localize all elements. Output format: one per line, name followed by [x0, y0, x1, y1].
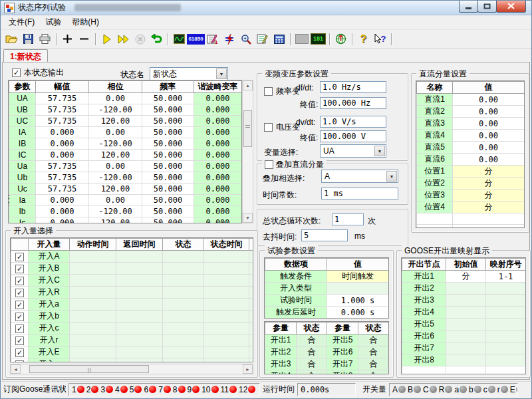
cell-thd[interactable]: 0.000 [194, 138, 242, 150]
cell-output[interactable]: 开出2 [265, 346, 297, 358]
maximize-button[interactable] [477, 1, 497, 13]
overlay-phase-combobox[interactable]: A ▼ [321, 170, 398, 183]
cell-name[interactable]: 直流5 [417, 142, 453, 154]
cell-return-time[interactable] [116, 287, 163, 299]
cell-thd[interactable]: 0.000 [194, 127, 242, 138]
cell-input-name[interactable]: 开入b [29, 311, 70, 323]
cell-param[interactable]: UB [9, 104, 36, 116]
cell-value[interactable]: 0.00 [453, 118, 525, 130]
cell-frequency[interactable]: 50.000 [142, 195, 194, 206]
cell-mapping[interactable]: 1-1 [486, 271, 526, 283]
cell-thd[interactable]: 0.000 [194, 161, 242, 172]
cell-action-time[interactable] [70, 358, 116, 363]
undo-button[interactable] [148, 31, 165, 47]
cell-param[interactable]: IA [9, 127, 36, 138]
volt-ramp-checkbox[interactable] [264, 123, 273, 132]
cell-mapping[interactable] [249, 311, 254, 323]
cell-name[interactable]: 位置4 [417, 201, 453, 213]
cell-input-name[interactable]: 开入E [29, 346, 70, 358]
cell-state-time[interactable] [204, 299, 249, 311]
state-output-checkbox[interactable]: ✓ [12, 68, 21, 77]
cell-phase[interactable]: -120.00 [89, 172, 142, 184]
cell-return-time[interactable] [116, 346, 163, 358]
cell-state[interactable]: 合 [358, 370, 389, 375]
cell-node[interactable]: 开出6 [402, 331, 446, 342]
cell-output[interactable]: 开出3 [265, 358, 297, 370]
cell-mapping[interactable] [486, 342, 526, 354]
blank-panel-button[interactable] [293, 31, 310, 47]
add-state-button[interactable] [59, 31, 76, 47]
cell-state[interactable] [163, 299, 204, 311]
input-row-checkbox[interactable]: ✓ [15, 253, 24, 261]
run-button[interactable] [98, 31, 115, 47]
cell-node[interactable]: 开出5 [402, 319, 446, 331]
cell-mapping[interactable]: 1- [249, 287, 254, 299]
cell-thd[interactable]: 0.000 [194, 116, 242, 127]
input-row-checkbox[interactable]: ✓ [15, 336, 24, 345]
cell-state[interactable] [163, 275, 204, 287]
cell-state[interactable] [163, 287, 204, 299]
cell-action-time[interactable] [70, 346, 116, 358]
cell-state[interactable]: 合 [297, 346, 327, 358]
cell-return-time[interactable] [116, 311, 163, 323]
iec61850-button[interactable]: 61850 [188, 31, 204, 47]
cell-initial[interactable] [446, 307, 486, 319]
cell-input-name[interactable]: 开入B [29, 263, 70, 275]
scroll-left-icon[interactable]: ◄ [11, 364, 21, 374]
cell-node[interactable]: 开出7 [402, 342, 446, 354]
cell-thd[interactable]: 0.000 [194, 93, 242, 104]
cell-param[interactable]: Ic [9, 217, 36, 224]
cell-output[interactable]: 开出8 [327, 370, 358, 375]
cell-value[interactable]: 分 [453, 201, 525, 213]
cell-value[interactable]: 0.00 [453, 130, 525, 142]
cell-output[interactable]: 开出4 [265, 370, 297, 375]
cell-value[interactable]: 分 [453, 166, 525, 178]
harmonic-button[interactable] [221, 31, 237, 47]
cell-state[interactable] [163, 334, 204, 346]
cell-item[interactable]: 开入类型 [265, 283, 327, 295]
menu-test[interactable]: 试验 [40, 15, 66, 30]
cell-value[interactable]: 分 [453, 178, 525, 190]
cell-phase[interactable]: 120.00 [89, 184, 142, 195]
cell-amplitude[interactable]: 0.000 [36, 138, 89, 150]
cell-amplitude[interactable]: 57.735 [36, 161, 89, 172]
save-button[interactable] [20, 31, 37, 47]
close-button[interactable] [496, 1, 526, 13]
debounce-input[interactable]: 5 [301, 229, 348, 241]
chevron-down-icon[interactable]: ▼ [374, 146, 385, 156]
cell-amplitude[interactable]: 0.000 [36, 206, 89, 217]
cell-return-time[interactable] [116, 263, 163, 275]
chevron-down-icon[interactable]: ▼ [386, 171, 397, 182]
cell-thd[interactable]: 0.000 [194, 172, 242, 184]
cell-initial[interactable] [446, 342, 486, 354]
cell-thd[interactable]: 0.000 [194, 195, 242, 206]
cell-state-time[interactable] [204, 346, 249, 358]
report-button[interactable]: 1 [204, 31, 221, 47]
cell-return-time[interactable] [116, 358, 163, 363]
dvdt-input[interactable]: 1.0 V/s [320, 116, 386, 128]
cell-mapping[interactable]: 1- [249, 263, 254, 275]
chevron-down-icon[interactable]: ▼ [216, 68, 227, 79]
cell-initial[interactable] [446, 366, 486, 375]
volt-end-input[interactable]: 100.000 V [320, 130, 386, 142]
cell-amplitude[interactable]: 0.000 [36, 127, 89, 138]
cell-action-time[interactable] [70, 311, 116, 323]
cell-phase[interactable]: 120.00 [89, 217, 142, 224]
cell-name[interactable]: 直流4 [417, 130, 453, 142]
cell-name[interactable]: 位置2 [417, 178, 453, 190]
menu-file[interactable]: 文件(F) [3, 15, 40, 30]
cell-return-time[interactable] [116, 323, 163, 334]
menu-help[interactable]: 帮助(H) [66, 15, 104, 30]
cell-mapping[interactable] [486, 307, 526, 319]
cell-action-time[interactable] [70, 323, 116, 334]
cell-param[interactable]: Ub [9, 172, 36, 184]
cell-item[interactable]: 触发条件 [265, 271, 327, 283]
cell-phase[interactable]: 0.00 [89, 161, 142, 172]
cell-name[interactable] [417, 213, 453, 225]
cell-amplitude[interactable]: 57.735 [36, 116, 89, 127]
cell-state[interactable]: 合 [297, 358, 327, 370]
cell-name[interactable]: 直流2 [417, 106, 453, 118]
cell-input-name[interactable]: 开入r [29, 334, 70, 346]
cell-return-time[interactable] [116, 299, 163, 311]
dfdt-input[interactable]: 1.0 Hz/s [320, 81, 386, 93]
